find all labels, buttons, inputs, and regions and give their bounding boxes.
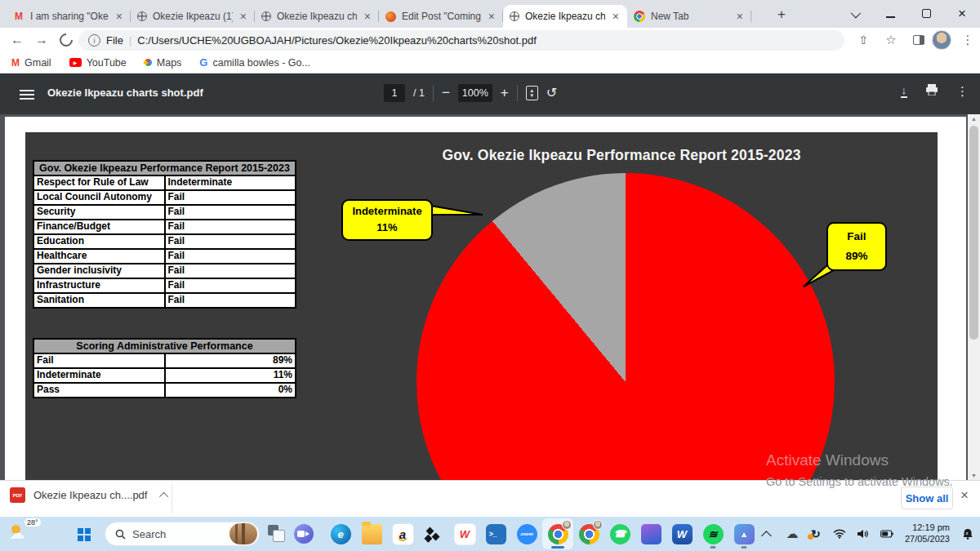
chat-icon[interactable]: [294, 524, 314, 544]
tab-new-tab[interactable]: New Tab×: [627, 5, 751, 28]
start-button[interactable]: [69, 519, 98, 549]
taskbar-app-photos[interactable]: ▲: [728, 518, 760, 549]
zoom-out-icon[interactable]: −: [442, 85, 450, 101]
download-icon[interactable]: ↓: [901, 85, 908, 98]
taskbar-app-microsoft-365[interactable]: [635, 518, 666, 549]
bookmark-gmail[interactable]: MGmail: [11, 57, 51, 69]
zoom-in-icon[interactable]: +: [501, 85, 509, 101]
search-box[interactable]: Search: [105, 522, 260, 546]
row-value: Fail: [165, 293, 296, 308]
row-value: Fail: [165, 264, 296, 278]
taskbar-app-dropbox[interactable]: [418, 518, 449, 549]
taskbar-app-word[interactable]: W: [666, 518, 697, 549]
tab-close-icon[interactable]: ×: [487, 11, 497, 22]
divider: [172, 484, 172, 513]
search-placeholder: Search: [132, 528, 223, 540]
taskbar-app-chrome-profile-2[interactable]: [573, 518, 604, 549]
taskbar-app-zoom[interactable]: zoom: [511, 518, 542, 549]
tab-okezie-ikpeazu-charts[interactable]: Okezie Ikpeazu charts×: [255, 5, 379, 28]
wifi-icon[interactable]: [831, 529, 849, 539]
volume-icon[interactable]: [854, 529, 872, 539]
row-label: Local Council Autonomy: [33, 190, 165, 205]
tab-close-icon[interactable]: ×: [735, 11, 745, 22]
scrollbar-thumb[interactable]: [969, 126, 978, 340]
tab-close-icon[interactable]: ×: [238, 11, 248, 22]
tab-close-icon[interactable]: ×: [363, 11, 372, 22]
taskbar-app-spotify[interactable]: ≋: [697, 518, 728, 549]
search-highlight-image[interactable]: [229, 523, 257, 544]
chevron-up-icon[interactable]: [159, 491, 168, 500]
update-sync-icon[interactable]: ↻: [807, 527, 825, 540]
reload-icon[interactable]: [56, 29, 77, 51]
back-icon[interactable]: ←: [7, 29, 28, 51]
table-row: Finance/BudgetFail: [33, 220, 296, 234]
bookmark-maps[interactable]: Maps: [145, 57, 182, 69]
scrollbar[interactable]: ▲ ▼: [968, 114, 980, 480]
taskbar-app-chrome[interactable]: [542, 518, 573, 549]
tab-title: I am sharing "Okezie I: [30, 11, 109, 22]
tab-close-icon[interactable]: ×: [611, 11, 621, 22]
page-info-icon[interactable]: i: [88, 34, 100, 47]
taskbar-app-powershell[interactable]: >_: [480, 518, 511, 549]
minimize-button[interactable]: [872, 7, 908, 21]
side-panel-icon[interactable]: [908, 29, 929, 51]
new-tab-button[interactable]: +: [777, 7, 786, 23]
tab-edit-post-coming-in-i[interactable]: Edit Post "Coming in I×: [379, 5, 503, 28]
bookmark-youtube[interactable]: ▶YouTube: [69, 57, 127, 69]
share-icon[interactable]: ⇧: [853, 29, 874, 51]
battery-icon[interactable]: [878, 530, 896, 538]
slide-content: Gov. Okezie Ikpeazu Performance Report 2…: [25, 132, 938, 480]
show-all-downloads-button[interactable]: Show all: [901, 487, 953, 509]
restore-button[interactable]: [908, 7, 944, 21]
tab-title: Okezie Ikpeazu charts: [277, 11, 357, 22]
bookmark-star-icon[interactable]: ☆: [880, 29, 902, 51]
close-downloads-bar-icon[interactable]: ×: [960, 487, 969, 504]
zoom-level-chip[interactable]: 100%: [458, 84, 492, 102]
tab-title: Okezie Ikpeazu (1).pdf: [153, 11, 233, 22]
powershell-icon: >_: [486, 524, 506, 544]
file-explorer-icon: [362, 524, 382, 544]
photos-icon: ▲: [734, 524, 755, 544]
pdf-menu-icon[interactable]: [20, 87, 34, 102]
row-value: 89%: [165, 353, 296, 368]
close-window-button[interactable]: ×: [944, 6, 980, 22]
fit-page-icon[interactable]: ▲▼: [526, 86, 538, 100]
scroll-up-icon[interactable]: ▲: [968, 116, 980, 122]
tab-okezie-ikpeazu-charts[interactable]: Okezie Ikpeazu charts×: [503, 5, 627, 28]
rotate-icon[interactable]: ↺: [546, 85, 557, 100]
profile-avatar[interactable]: [931, 29, 952, 51]
tab-i-am-sharing-okezie-i[interactable]: MI am sharing "Okezie I×: [7, 5, 131, 28]
table-row: EducationFail: [33, 234, 296, 249]
table-row: Respect for Rule of LawIndeterminate: [33, 176, 296, 190]
tab-okezie-ikpeazu-1-pdf[interactable]: Okezie Ikpeazu (1).pdf×: [131, 5, 255, 28]
row-label: Fail: [33, 353, 165, 368]
print-icon[interactable]: [925, 84, 938, 99]
pdf-more-icon[interactable]: ⋮: [956, 84, 969, 99]
tab-title: Edit Post "Coming in I: [402, 11, 481, 22]
onedrive-icon[interactable]: ☁: [783, 527, 801, 541]
tab-search-chevron-icon[interactable]: [836, 7, 872, 21]
wps-office-icon: W: [454, 523, 476, 545]
table-row: SanitationFail: [33, 293, 296, 308]
taskbar-app-wps-office[interactable]: W: [449, 518, 480, 549]
weather-widget[interactable]: ☁ 28°: [7, 518, 46, 549]
forward-icon[interactable]: →: [31, 29, 52, 51]
tab-close-icon[interactable]: ×: [114, 11, 124, 22]
bookmark-camilla-bowles-go[interactable]: Gcamilla bowles - Go...: [199, 56, 310, 69]
page-number-input[interactable]: 1: [384, 84, 405, 102]
taskbar-app-amazon[interactable]: a: [387, 518, 418, 549]
taskbar-app-edge[interactable]: e: [325, 518, 356, 549]
taskbar-clock[interactable]: 12:19 pm 27/05/2023: [905, 522, 950, 545]
hidden-icons-chevron-icon[interactable]: [760, 531, 777, 538]
table-row: SecurityFail: [33, 205, 296, 220]
taskbar-app-file-explorer[interactable]: [356, 518, 387, 549]
downloaded-file-chip[interactable]: PDF Okezie Ikpeazu ch....pdf: [10, 487, 168, 503]
url-text: C:/Users/UCHE%20UGBOAJAH/Pictures/Okezie…: [137, 34, 536, 47]
scroll-down-icon[interactable]: ▼: [968, 473, 980, 478]
chart-title: Gov. Okezie Ikpeazu Performance Report 2…: [336, 147, 907, 164]
address-bar[interactable]: i File | C:/Users/UCHE%20UGBOAJAH/Pictur…: [78, 30, 844, 51]
notification-bell-icon[interactable]: z: [959, 528, 977, 540]
browser-menu-icon[interactable]: ⋮: [957, 29, 978, 51]
task-view-icon[interactable]: [266, 523, 287, 544]
taskbar-app-whatsapp[interactable]: ☎: [604, 518, 635, 549]
